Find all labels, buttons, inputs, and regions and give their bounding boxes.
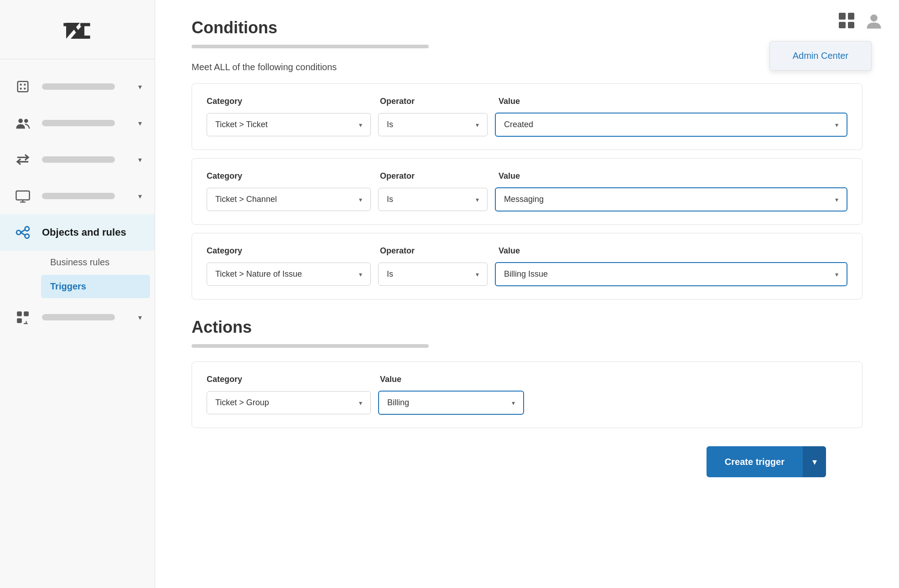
value-chevron-3: ▾ [835, 271, 838, 278]
row-labels-1: Category Operator Value [207, 97, 847, 106]
category-select-1[interactable]: Ticket > Ticket ▾ [207, 113, 371, 136]
sidebar-bar [42, 193, 115, 199]
category-select-3[interactable]: Ticket > Nature of Issue ▾ [207, 263, 371, 286]
operator-label-1: Operator [380, 97, 499, 106]
transfer-icon [13, 150, 33, 170]
operator-chevron-2: ▾ [476, 196, 479, 203]
content-area: Conditions Meet ALL of the following con… [155, 0, 899, 523]
action-row-labels-1: Category Value [207, 375, 847, 384]
value-label-2: Value [499, 171, 847, 181]
sidebar-item-apps-content [42, 314, 129, 320]
action-value-select-1[interactable]: Billing ▾ [378, 391, 524, 415]
action-controls-1: Ticket > Group ▾ Billing ▾ [207, 391, 847, 415]
operator-select-2[interactable]: Is ▾ [378, 188, 488, 211]
svg-rect-8 [16, 191, 29, 200]
sidebar-item-objects-rules[interactable]: Objects and rules [0, 214, 155, 251]
chevron-down-icon: ▾ [138, 155, 142, 164]
operator-chevron-1: ▾ [476, 121, 479, 129]
chevron-down-icon: ▾ [138, 119, 142, 128]
row-controls-3: Ticket > Nature of Issue ▾ Is ▾ Billing … [207, 262, 847, 286]
category-label-2: Category [207, 171, 380, 181]
sidebar-item-people[interactable]: ▾ [0, 105, 155, 141]
category-value-3: Ticket > Nature of Issue [215, 269, 302, 279]
action-value-value-1: Billing [387, 398, 409, 407]
action-category-value-1: Ticket > Group [215, 398, 269, 407]
monitor-icon [13, 186, 33, 206]
apps-grid-button[interactable] [835, 9, 858, 32]
zendesk-logo: ⌥ [59, 16, 96, 43]
sidebar-item-people-content [42, 120, 129, 126]
value-value-1: Created [504, 120, 533, 129]
action-category-label-1: Category [207, 375, 380, 384]
objects-rules-icon [13, 222, 33, 242]
svg-point-11 [25, 234, 29, 238]
row-controls-2: Ticket > Channel ▾ Is ▾ Messaging ▾ [207, 187, 847, 211]
apps-icon [13, 307, 33, 327]
action-category-select-1[interactable]: Ticket > Group ▾ [207, 391, 371, 414]
actions-title: Actions [192, 318, 863, 337]
sidebar-item-transfer[interactable]: ▾ [0, 141, 155, 178]
condition-row-1: Category Operator Value Ticket > Ticket … [192, 83, 863, 150]
category-chevron-1: ▾ [359, 121, 362, 129]
value-chevron-1: ▾ [835, 121, 838, 129]
value-chevron-2: ▾ [835, 196, 838, 203]
sidebar-item-monitor[interactable]: ▾ [0, 178, 155, 214]
sidebar-item-workspace[interactable]: ▾ [0, 68, 155, 105]
svg-point-10 [25, 227, 29, 231]
chevron-down-icon: ▾ [138, 313, 142, 322]
svg-point-17 [870, 15, 878, 22]
condition-row-2: Category Operator Value Ticket > Channel… [192, 158, 863, 225]
svg-point-9 [16, 230, 21, 234]
svg-rect-14 [17, 318, 22, 323]
svg-rect-16 [24, 323, 28, 324]
sidebar-item-business-rules[interactable]: Business rules [41, 251, 155, 274]
sidebar-item-apps[interactable]: ▾ [0, 299, 155, 335]
profile-button[interactable] [863, 9, 885, 32]
operator-chevron-3: ▾ [476, 271, 479, 278]
value-label-1: Value [499, 97, 847, 106]
create-trigger-button[interactable]: Create trigger [707, 446, 803, 477]
value-value-3: Billing Issue [504, 269, 548, 279]
sidebar-item-triggers[interactable]: Triggers [41, 275, 150, 298]
svg-rect-13 [24, 311, 29, 316]
row-labels-3: Category Operator Value [207, 246, 847, 256]
building-icon [13, 77, 33, 97]
sidebar-bar [42, 314, 115, 320]
topbar [821, 0, 899, 41]
operator-select-3[interactable]: Is ▾ [378, 263, 488, 286]
sidebar-item-objects-rules-content: Objects and rules [42, 227, 142, 238]
footer: Create trigger ▾ [192, 428, 863, 495]
actions-section: Actions Category Value Ticket > Group ▾ … [192, 318, 863, 428]
svg-point-6 [18, 119, 23, 123]
chevron-down-icon: ▾ [138, 83, 142, 91]
sidebar-bar [42, 83, 115, 90]
value-select-2[interactable]: Messaging ▾ [495, 187, 847, 211]
people-icon [13, 113, 33, 133]
value-select-3[interactable]: Billing Issue ▾ [495, 262, 847, 286]
create-trigger-chevron-button[interactable]: ▾ [803, 446, 826, 477]
category-value-1: Ticket > Ticket [215, 120, 268, 129]
chevron-down-icon: ▾ [138, 192, 142, 201]
operator-value-3: Is [387, 269, 393, 279]
main-content: Admin Center Conditions Meet ALL of the … [155, 0, 899, 588]
operator-select-1[interactable]: Is ▾ [378, 113, 488, 136]
value-value-2: Messaging [504, 195, 544, 204]
svg-rect-2 [20, 84, 22, 86]
grid-cell-1 [839, 13, 846, 20]
row-labels-2: Category Operator Value [207, 171, 847, 181]
sub-menu-objects-rules: Business rules Triggers [0, 251, 155, 298]
value-select-1[interactable]: Created ▾ [495, 113, 847, 137]
grid-cell-4 [848, 22, 855, 29]
chevron-down-icon: ▾ [812, 457, 817, 467]
sidebar-item-workspace-content [42, 83, 129, 90]
action-value-label-1: Value [380, 375, 847, 384]
category-chevron-2: ▾ [359, 196, 362, 203]
action-value-chevron-1: ▾ [512, 399, 515, 407]
admin-center-link[interactable]: Admin Center [793, 51, 848, 61]
operator-value-1: Is [387, 120, 393, 129]
svg-point-7 [24, 119, 28, 123]
category-select-2[interactable]: Ticket > Channel ▾ [207, 188, 371, 211]
action-category-chevron-1: ▾ [359, 399, 362, 407]
category-label-1: Category [207, 97, 380, 106]
grid-cell-3 [839, 22, 846, 29]
